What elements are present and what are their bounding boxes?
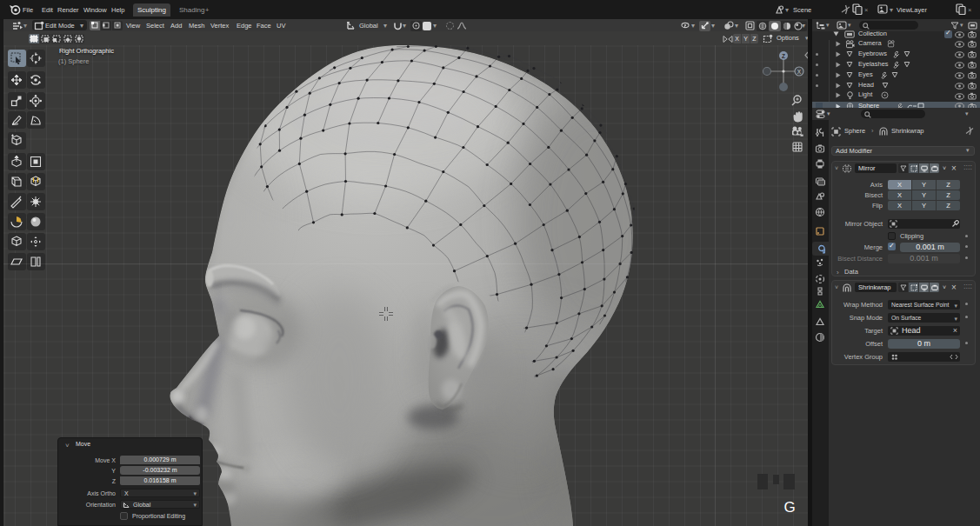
svg-text:X: X (797, 69, 802, 75)
svg-text:G: G (783, 499, 795, 516)
svg-text:Z: Z (782, 53, 785, 59)
